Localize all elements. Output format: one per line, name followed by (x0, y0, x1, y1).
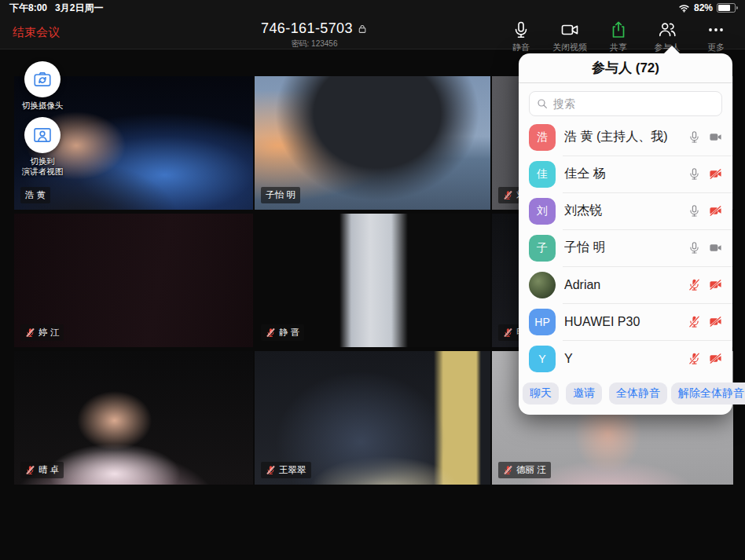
avatar: 刘 (529, 198, 556, 225)
share-button[interactable]: 共享 (594, 18, 643, 53)
meeting-toolbar: 结束会议 746-161-5703 密码: 123456 静音 关闭视频 (0, 16, 745, 49)
status-date: 3月2日周一 (55, 2, 103, 15)
invite-button[interactable]: 邀请 (566, 382, 602, 404)
mic-on-icon (688, 130, 701, 144)
video-tile[interactable]: 王翠翠 (255, 351, 490, 485)
mute-button[interactable]: 静音 (497, 18, 545, 53)
panel-title: 参与人 (72) (519, 53, 732, 83)
avatar: 子 (529, 235, 556, 262)
participant-name-tag: 德丽 汪 (498, 462, 551, 478)
video-tile[interactable]: 晴 卓 (14, 351, 253, 485)
participant-name-tag: 婷 江 (20, 324, 64, 341)
muted-mic-icon (266, 328, 276, 338)
participant-row[interactable]: Y Y (519, 340, 732, 376)
video-camera-icon (560, 20, 579, 39)
avatar-photo (529, 272, 556, 298)
end-meeting-button[interactable]: 结束会议 (13, 25, 60, 40)
video-off-icon (709, 352, 722, 365)
participant-row[interactable]: 佳 佳仝 杨 (519, 156, 732, 192)
video-tile[interactable]: 子怡 明 (255, 76, 490, 210)
battery-icon (717, 3, 736, 13)
video-tile[interactable]: 婷 江 (14, 214, 253, 347)
mic-off-icon (688, 352, 701, 365)
search-icon (536, 97, 549, 110)
wifi-icon (678, 2, 690, 14)
unmute-all-button[interactable]: 解除全体静音 (671, 382, 745, 404)
participant-name: 浩 黄 (主持人、我) (564, 129, 688, 145)
switch-camera-label: 切换摄像头 (22, 101, 64, 111)
video-tile[interactable]: 静 晋 (255, 214, 490, 347)
speaker-view-icon (32, 125, 53, 145)
participant-row[interactable]: 刘 刘杰锐 (519, 192, 732, 229)
video-off-icon (709, 278, 722, 291)
muted-mic-icon (503, 328, 513, 338)
participant-name: Y (564, 352, 688, 366)
video-off-icon (709, 315, 722, 328)
search-input[interactable] (529, 91, 722, 116)
mic-off-icon (688, 278, 701, 291)
participant-name: HUAWEI P30 (564, 315, 688, 329)
status-bar: 下午8:00 3月2日周一 82% (0, 0, 745, 16)
participants-panel: 参与人 (72) 浩 浩 黄 (主持人、我) 佳 佳仝 杨 (519, 53, 732, 415)
zoom-meeting-screen: 下午8:00 3月2日周一 82% 结束会议 746-161-5703 密码: … (0, 0, 745, 560)
stop-video-button[interactable]: 关闭视频 (545, 18, 594, 53)
toolbar-actions: 静音 关闭视频 共享 参与人 更多 (497, 18, 740, 53)
search-box (529, 91, 722, 116)
mic-on-icon (688, 167, 701, 181)
participant-name-tag: 静 晋 (261, 324, 304, 341)
meeting-id: 746-161-5703 (261, 20, 353, 37)
video-off-icon (709, 167, 722, 181)
participants-icon (658, 20, 677, 39)
muted-mic-icon (25, 465, 35, 475)
chat-button[interactable]: 聊天 (523, 382, 559, 404)
avatar: 浩 (529, 124, 556, 151)
battery-percent: 82% (694, 2, 713, 13)
meeting-info[interactable]: 746-161-5703 密码: 123456 (261, 20, 368, 49)
muted-mic-icon (503, 190, 513, 200)
status-time: 下午8:00 (9, 2, 47, 15)
lock-icon (357, 24, 368, 35)
participant-name-tag: 子怡 明 (261, 187, 300, 203)
video-on-icon (709, 241, 722, 254)
avatar: HP (529, 309, 556, 335)
muted-mic-icon (25, 328, 35, 338)
mic-on-icon (688, 204, 701, 218)
participant-name: 佳仝 杨 (564, 166, 688, 182)
meeting-password: 密码: 123456 (261, 38, 368, 49)
avatar: 佳 (529, 161, 556, 188)
panel-footer: 聊天 邀请 全体静音 解除全体静音 (519, 376, 732, 415)
video-on-icon (709, 130, 722, 144)
mute-all-button[interactable]: 全体静音 (609, 382, 667, 404)
microphone-icon (512, 20, 530, 39)
share-icon (609, 20, 628, 39)
speaker-view-label: 切换到 演讲者视图 (22, 156, 64, 177)
participant-name: Adrian (564, 278, 688, 292)
participant-name: 刘杰锐 (564, 203, 688, 219)
more-dots-icon (706, 20, 725, 39)
participant-row[interactable]: 子 子怡 明 (519, 229, 732, 266)
participant-name-tag: 浩 黄 (20, 187, 50, 203)
mic-off-icon (688, 315, 701, 328)
participant-name: 子怡 明 (564, 240, 688, 256)
muted-mic-icon (503, 465, 513, 475)
muted-mic-icon (266, 465, 276, 475)
more-button[interactable]: 更多 (692, 18, 740, 53)
participant-name-tag: 王翠翠 (261, 462, 311, 478)
participant-name-tag: 晴 卓 (20, 462, 64, 478)
video-off-icon (709, 204, 722, 218)
participant-row[interactable]: Adrian (519, 266, 732, 303)
top-bar: 下午8:00 3月2日周一 82% 结束会议 746-161-5703 密码: … (0, 0, 745, 49)
avatar: Y (529, 346, 556, 372)
participant-row[interactable]: HP HUAWEI P30 (519, 303, 732, 340)
switch-camera-button[interactable]: 切换摄像头 (7, 61, 78, 111)
switch-camera-icon (32, 69, 53, 90)
speaker-view-button[interactable]: 切换到 演讲者视图 (7, 117, 78, 177)
participants-list: 浩 浩 黄 (主持人、我) 佳 佳仝 杨 刘 刘杰锐 (519, 119, 732, 376)
participant-row[interactable]: 浩 浩 黄 (主持人、我) (519, 119, 732, 156)
mic-on-icon (688, 241, 701, 254)
